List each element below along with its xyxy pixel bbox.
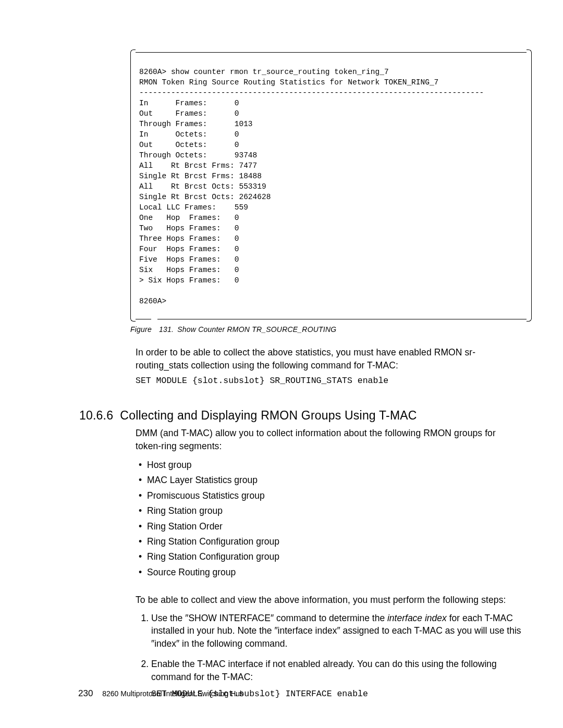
section-lead: DMM (and T-MAC) allow you to collect inf…	[136, 427, 521, 452]
list-item: Ring Station Order	[147, 519, 532, 534]
group-list: Host group MAC Layer Statistics group Pr…	[136, 458, 532, 580]
text: Use the	[151, 613, 185, 623]
text-quoted: ″interface index″	[274, 625, 340, 636]
list-item: MAC Layer Statistics group	[147, 473, 532, 488]
text: Enable the T-MAC interface if not enable…	[151, 659, 497, 682]
section-number: 10.6.6	[79, 409, 113, 422]
list-item: Ring Station Configuration group	[147, 549, 532, 564]
text-quoted: ″index″	[151, 638, 179, 649]
intro-paragraph: In order to be able to collect the above…	[136, 346, 521, 372]
text-italic: interface index	[387, 613, 447, 623]
page: 8260A> show counter rmon tr_source_routi…	[0, 0, 563, 728]
steps-intro: To be able to collect and view the above…	[136, 594, 521, 607]
terminal-output: 8260A> show counter rmon tr_source_routi…	[139, 67, 523, 306]
list-item: Source Routing group	[147, 565, 532, 580]
figure-caption: Figure 131. Show Counter RMON TR_SOURCE_…	[130, 325, 532, 334]
list-item: Host group	[147, 458, 532, 473]
figure-caption-text: Figure 131. Show Counter RMON TR_SOURCE_…	[130, 325, 336, 334]
command-sr-routing: SET MODULE {slot.subslot} SR_ROUTING_STA…	[136, 376, 532, 386]
section-title: Collecting and Displaying RMON Groups Us…	[120, 409, 417, 422]
text: in the following command.	[179, 638, 287, 649]
text-quoted: ″SHOW INTERFACE″	[185, 613, 274, 623]
section-heading: 10.6.6 Collecting and Displaying RMON Gr…	[79, 409, 532, 423]
footer-title: 8260 Multiprotocol Intelligent Switching…	[102, 689, 244, 698]
list-item: Ring Station Configuration group	[147, 534, 532, 549]
text: assigned to each T-MAC as you will use t…	[340, 625, 521, 636]
list-item: Promiscuous Statistics group	[147, 488, 532, 503]
step-1: Use the ″SHOW INTERFACE″ command to dete…	[151, 612, 532, 651]
terminal-frame: 8260A> show counter rmon tr_source_routi…	[130, 52, 532, 319]
steps-list: Use the ″SHOW INTERFACE″ command to dete…	[133, 612, 532, 700]
page-number: 230	[78, 688, 93, 698]
list-item: Ring Station group	[147, 503, 532, 519]
text: command to determine the	[274, 613, 387, 623]
page-footer: 230 8260 Multiprotocol Intelligent Switc…	[78, 688, 244, 699]
